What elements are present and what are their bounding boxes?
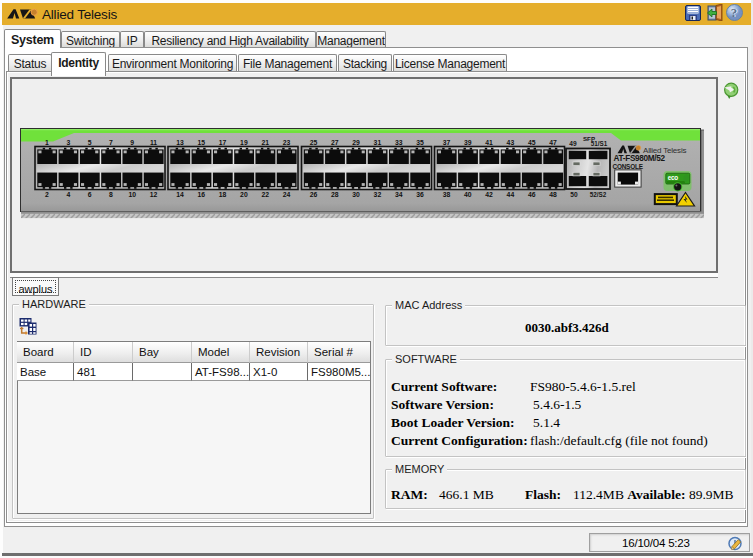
svg-text:5: 5 (88, 139, 92, 146)
svg-text:18: 18 (219, 191, 227, 198)
svg-text:4: 4 (66, 191, 70, 198)
svg-text:14: 14 (176, 191, 184, 198)
svg-text:19: 19 (240, 139, 248, 146)
svg-text:12: 12 (150, 191, 158, 198)
svg-text:24: 24 (283, 191, 291, 198)
svg-text:13: 13 (176, 139, 184, 146)
svg-text:34: 34 (395, 191, 403, 198)
svg-text:22: 22 (261, 191, 269, 198)
svg-text:28: 28 (331, 191, 339, 198)
svg-text:eco: eco (668, 174, 679, 181)
svg-text:50: 50 (570, 191, 578, 198)
svg-text:45: 45 (528, 139, 536, 146)
svg-text:?: ? (731, 5, 738, 20)
svg-text:43: 43 (507, 139, 515, 146)
svg-text:33: 33 (395, 139, 403, 146)
svg-text:49: 49 (569, 140, 577, 147)
svg-text:51/S1: 51/S1 (591, 140, 608, 147)
svg-text:AT-FS980M/52: AT-FS980M/52 (614, 154, 666, 163)
svg-text:27: 27 (331, 139, 339, 146)
svg-text:23: 23 (283, 139, 291, 146)
svg-text:44: 44 (507, 191, 515, 198)
svg-text:21: 21 (261, 139, 269, 146)
svg-text:16: 16 (198, 191, 206, 198)
svg-text:7: 7 (109, 139, 113, 146)
svg-text:35: 35 (416, 139, 424, 146)
svg-text:38: 38 (443, 191, 451, 198)
svg-text:40: 40 (464, 191, 472, 198)
svg-text:42: 42 (485, 191, 493, 198)
svg-text:2: 2 (45, 191, 49, 198)
svg-text:11: 11 (150, 139, 157, 146)
svg-text:9: 9 (130, 139, 134, 146)
svg-text:26: 26 (310, 191, 318, 198)
svg-text:30: 30 (352, 191, 360, 198)
svg-text:36: 36 (416, 191, 424, 198)
svg-text:39: 39 (464, 139, 472, 146)
svg-text:17: 17 (219, 139, 227, 146)
svg-text:31: 31 (374, 139, 382, 146)
svg-text:10: 10 (128, 191, 136, 198)
svg-text:37: 37 (443, 139, 451, 146)
svg-text:25: 25 (310, 139, 318, 146)
svg-text:32: 32 (374, 191, 382, 198)
svg-text:15: 15 (198, 139, 206, 146)
svg-text:20: 20 (240, 191, 248, 198)
svg-text:41: 41 (485, 139, 493, 146)
svg-text:46: 46 (528, 191, 536, 198)
svg-text:6: 6 (88, 191, 92, 198)
svg-text:52/S2: 52/S2 (590, 191, 607, 198)
svg-text:47: 47 (549, 139, 557, 146)
svg-text:29: 29 (352, 139, 360, 146)
svg-text:48: 48 (549, 191, 557, 198)
svg-text:1: 1 (45, 139, 49, 146)
svg-text:CONSOLE: CONSOLE (613, 163, 644, 170)
svg-text:8: 8 (109, 191, 113, 198)
svg-text:3: 3 (66, 139, 70, 146)
